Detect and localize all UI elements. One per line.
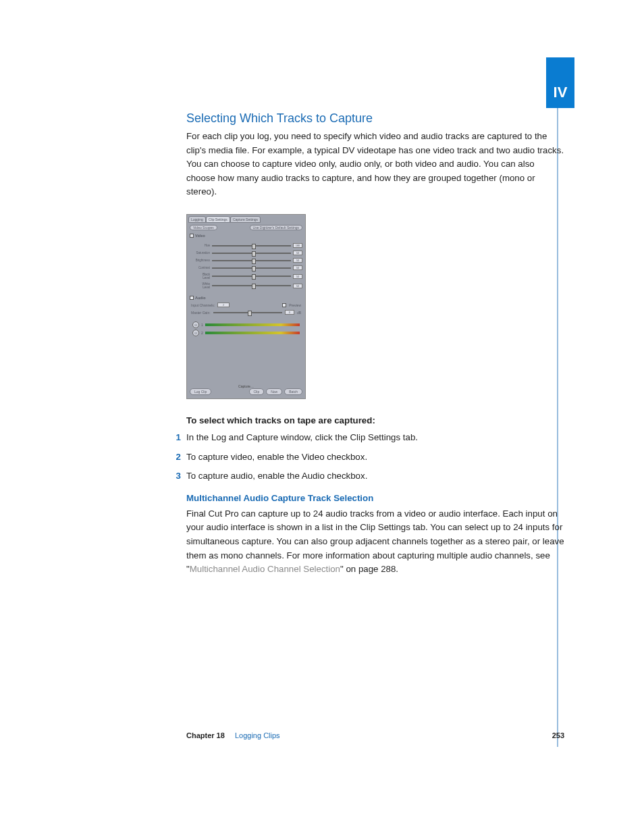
ss-clip-button: Clip (249, 388, 265, 395)
speaker-icon: ⊙ (192, 321, 199, 328)
ss-video-sliders: Hue180 Saturation50 Brightness50 Contras… (187, 239, 305, 294)
step-number: 2 (173, 450, 186, 465)
text-span: " on page 288. (340, 564, 398, 574)
cross-reference-link[interactable]: Multichannel Audio Channel Selection (190, 564, 340, 574)
ss-gain-value: 0 (285, 310, 294, 315)
step-text: In the Log and Capture window, click the… (186, 431, 418, 445)
subsection-heading: Multichannel Audio Capture Track Selecti… (186, 493, 564, 503)
ss-slider-label: Black Level (195, 273, 210, 280)
ss-batch-button: Batch (284, 388, 302, 395)
ss-db-label: dB (297, 311, 301, 315)
ss-input-channels-label: Input Channels: (191, 303, 215, 307)
ss-slider-label: Contrast (195, 266, 210, 269)
ss-gain-slider (213, 312, 282, 313)
speaker-icon: ⊙ (192, 330, 199, 336)
ss-tab-logging: Logging (188, 216, 206, 223)
ss-slider-value: 50 (293, 284, 302, 288)
step-item: 1 In the Log and Capture window, click t… (186, 431, 564, 445)
chapter-title: Logging Clips (235, 731, 280, 739)
step-item: 2 To capture video, enable the Video che… (186, 450, 564, 465)
ss-slider-value: 50 (293, 258, 302, 263)
ss-slider-label: Saturation (195, 251, 210, 255)
ss-slider-value: 180 (293, 243, 302, 248)
step-text: To capture audio, enable the Audio check… (186, 469, 367, 484)
ss-log-clip-button: Log Clip (190, 388, 211, 395)
ss-preview-label: Preview (289, 303, 301, 307)
ss-video-checkbox (190, 234, 194, 238)
ss-audio-label: Audio (195, 296, 206, 300)
ss-slider-track (212, 253, 291, 254)
page-body: Selecting Which Tracks to Capture For ea… (186, 111, 564, 577)
ss-tab-capture-settings: Capture Settings (230, 216, 261, 223)
ss-slider-track (212, 285, 291, 286)
ss-video-scopes-button: Video Scopes (190, 225, 217, 230)
ss-slider-track (212, 276, 291, 277)
chapter-label: Chapter 18 (186, 731, 225, 739)
clip-settings-screenshot: Logging Clip Settings Capture Settings V… (186, 214, 306, 399)
ss-slider-track (212, 260, 291, 261)
step-number: 3 (173, 469, 186, 484)
section-heading: Selecting Which Tracks to Capture (186, 111, 564, 126)
step-number: 1 (173, 431, 186, 445)
ss-defaults-button: Use Digitizer's Default Settings (250, 225, 302, 230)
ss-input-channels-value: 2 (217, 303, 230, 307)
ss-slider-label: Brightness (195, 259, 210, 262)
part-tab: IV (546, 57, 574, 108)
ss-audio-meter (205, 323, 300, 326)
ss-meter-label: 2 (201, 331, 203, 335)
ss-slider-track (212, 267, 291, 269)
ss-slider-label: Hue (195, 244, 210, 247)
ss-video-label: Video (195, 234, 205, 238)
page-footer: Chapter 18 Logging Clips 253 (186, 731, 564, 739)
ss-now-button: Now (266, 388, 282, 395)
step-item: 3 To capture audio, enable the Audio che… (186, 469, 564, 484)
ss-meter-label: 1 (201, 323, 203, 327)
ss-audio-meter (205, 332, 300, 334)
ss-slider-label: White Level (195, 282, 210, 289)
ss-audio-checkbox (190, 296, 194, 300)
step-text: To capture video, enable the Video check… (186, 450, 367, 465)
ss-preview-checkbox (282, 303, 286, 307)
ss-gain-label: Master Gain: (191, 311, 211, 315)
ss-slider-value: 50 (293, 274, 302, 279)
ss-slider-value: 50 (293, 251, 302, 255)
intro-paragraph: For each clip you log, you need to speci… (186, 130, 564, 199)
page-number: 253 (552, 731, 564, 739)
ss-slider-track (212, 245, 291, 246)
multichannel-paragraph: Final Cut Pro can capture up to 24 audio… (186, 507, 564, 577)
ss-tab-clip-settings: Clip Settings (206, 216, 230, 223)
ss-slider-value: 50 (293, 265, 302, 270)
instructions-heading: To select which tracks on tape are captu… (186, 415, 564, 425)
